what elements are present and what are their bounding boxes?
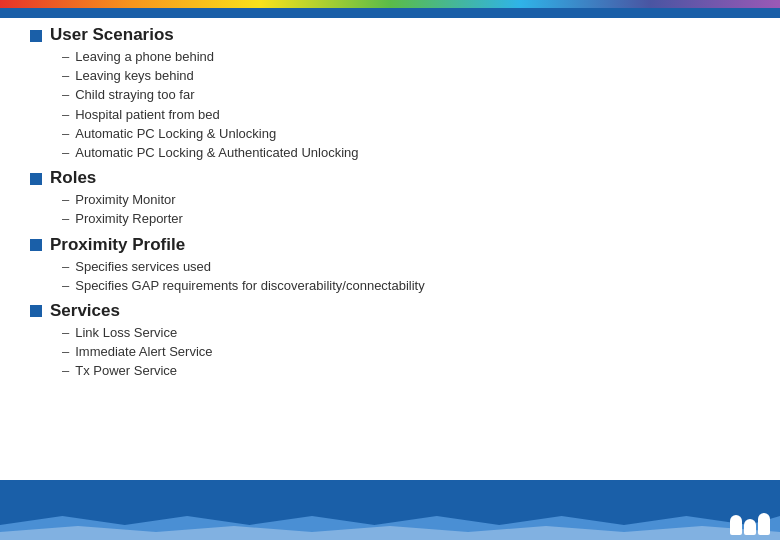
section-services: Services–Link Loss Service–Immediate Ale… <box>30 301 760 381</box>
list-item-dash: – <box>62 106 69 124</box>
section-proximity-profile: Proximity Profile–Specifies services use… <box>30 235 760 295</box>
list-item: –Specifies services used <box>62 258 760 276</box>
sub-items-user-scenarios: –Leaving a phone behind–Leaving keys beh… <box>62 48 760 162</box>
bullet-proximity-profile <box>30 239 42 251</box>
blue-header-bar <box>0 8 780 18</box>
list-item: –Tx Power Service <box>62 362 760 380</box>
list-item: –Immediate Alert Service <box>62 343 760 361</box>
sub-items-services: –Link Loss Service–Immediate Alert Servi… <box>62 324 760 381</box>
list-item: –Proximity Reporter <box>62 210 760 228</box>
list-item-dash: – <box>62 258 69 276</box>
list-item-dash: – <box>62 343 69 361</box>
top-decorative-bar <box>0 0 780 18</box>
list-item-dash: – <box>62 210 69 228</box>
logo-figure-1 <box>730 515 742 535</box>
bottom-wave-container <box>0 480 780 540</box>
list-item-text: Proximity Reporter <box>75 210 183 228</box>
sub-items-roles: –Proximity Monitor–Proximity Reporter <box>62 191 760 228</box>
list-item-dash: – <box>62 324 69 342</box>
list-item-text: Specifies GAP requirements for discovera… <box>75 277 424 295</box>
list-item-text: Child straying too far <box>75 86 194 104</box>
section-user-scenarios: User Scenarios–Leaving a phone behind–Le… <box>30 25 760 162</box>
section-header-roles: Roles <box>30 168 760 188</box>
list-item-text: Leaving keys behind <box>75 67 194 85</box>
list-item-dash: – <box>62 277 69 295</box>
section-header-user-scenarios: User Scenarios <box>30 25 760 45</box>
sub-items-proximity-profile: –Specifies services used–Specifies GAP r… <box>62 258 760 295</box>
rainbow-gradient-bar <box>0 0 780 8</box>
list-item-text: Automatic PC Locking & Unlocking <box>75 125 276 143</box>
list-item-dash: – <box>62 48 69 66</box>
list-item-text: Immediate Alert Service <box>75 343 212 361</box>
bottom-right-logo <box>730 513 770 535</box>
list-item: –Leaving a phone behind <box>62 48 760 66</box>
list-item-dash: – <box>62 191 69 209</box>
bullet-roles <box>30 173 42 185</box>
list-item-text: Link Loss Service <box>75 324 177 342</box>
list-item-text: Specifies services used <box>75 258 211 276</box>
list-item-text: Leaving a phone behind <box>75 48 214 66</box>
logo-figure-2 <box>744 519 756 535</box>
section-title-user-scenarios: User Scenarios <box>50 25 174 45</box>
list-item: –Hospital patient from bed <box>62 106 760 124</box>
section-header-services: Services <box>30 301 760 321</box>
logo-figure-3 <box>758 513 770 535</box>
list-item: –Link Loss Service <box>62 324 760 342</box>
section-title-proximity-profile: Proximity Profile <box>50 235 185 255</box>
list-item-text: Tx Power Service <box>75 362 177 380</box>
list-item: –Leaving keys behind <box>62 67 760 85</box>
list-item: –Automatic PC Locking & Unlocking <box>62 125 760 143</box>
list-item-dash: – <box>62 125 69 143</box>
main-content: User Scenarios–Leaving a phone behind–Le… <box>30 25 760 475</box>
list-item-dash: – <box>62 144 69 162</box>
section-title-services: Services <box>50 301 120 321</box>
section-title-roles: Roles <box>50 168 96 188</box>
section-header-proximity-profile: Proximity Profile <box>30 235 760 255</box>
list-item-text: Hospital patient from bed <box>75 106 220 124</box>
list-item: –Child straying too far <box>62 86 760 104</box>
list-item-text: Proximity Monitor <box>75 191 175 209</box>
bullet-user-scenarios <box>30 30 42 42</box>
list-item-dash: – <box>62 86 69 104</box>
list-item-dash: – <box>62 67 69 85</box>
list-item: –Specifies GAP requirements for discover… <box>62 277 760 295</box>
list-item-text: Automatic PC Locking & Authenticated Unl… <box>75 144 358 162</box>
bottom-decorative-bar <box>0 480 780 540</box>
list-item: –Automatic PC Locking & Authenticated Un… <box>62 144 760 162</box>
list-item: –Proximity Monitor <box>62 191 760 209</box>
bullet-services <box>30 305 42 317</box>
list-item-dash: – <box>62 362 69 380</box>
section-roles: Roles–Proximity Monitor–Proximity Report… <box>30 168 760 228</box>
